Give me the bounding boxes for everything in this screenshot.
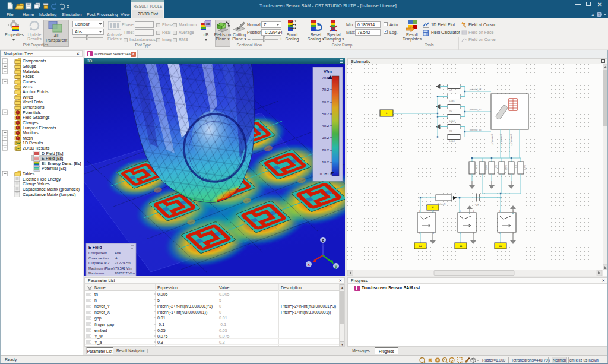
svg-text:Charge Values: Charge Values — [23, 182, 50, 186]
svg-text:Capacitance Matrix (lumped): Capacitance Matrix (lumped) — [23, 192, 75, 197]
svg-text:Maximum: Maximum — [88, 271, 104, 275]
svg-text:79.542 V/m: 79.542 V/m — [115, 267, 132, 270]
svg-text:Electric Field Energy: Electric Field Energy — [23, 177, 61, 182]
svg-text:20.2: 20.2 — [322, 148, 329, 152]
svg-text:L/4b1: L/4b1 — [449, 100, 455, 102]
svg-text:Faces: Faces — [23, 74, 34, 78]
svg-text:z: z — [322, 238, 324, 242]
svg-text:CAP2: CAP2 — [505, 165, 507, 170]
svg-text:potential_V2: potential_V2 — [500, 134, 502, 146]
svg-text:Anchor Points: Anchor Points — [23, 90, 49, 94]
svg-text:Mesh: Mesh — [23, 136, 33, 140]
svg-text:Cutplane at Z: Cutplane at Z — [88, 261, 110, 265]
svg-text:Lumped Elements: Lumped Elements — [23, 126, 56, 131]
svg-text:10.2: 10.2 — [322, 160, 329, 164]
svg-text:Cap: Cap — [475, 204, 479, 206]
svg-text:Monitors: Monitors — [23, 131, 39, 135]
svg-text:CAP1: CAP1 — [485, 165, 487, 170]
svg-text:30.2: 30.2 — [322, 136, 329, 140]
svg-text:V/m: V/m — [324, 69, 332, 74]
svg-text:1D Results: 1D Results — [23, 141, 43, 145]
svg-text:D-Field [Es]: D-Field [Es] — [42, 151, 64, 156]
svg-text:R3: R3 — [449, 130, 452, 132]
svg-text:Maximum (Plane): Maximum (Plane) — [88, 267, 115, 270]
svg-text:28207.7 V/m: 28207.7 V/m — [115, 271, 135, 275]
svg-text:Wires: Wires — [23, 95, 33, 99]
svg-text:A: A — [115, 257, 118, 260]
svg-text:Tables: Tables — [23, 172, 35, 176]
svg-text:0.181: 0.181 — [320, 172, 330, 176]
svg-text:R2: R2 — [449, 110, 452, 112]
svg-text:R2f: R2f — [495, 165, 497, 168]
svg-text:Materials: Materials — [23, 69, 40, 74]
svg-text:E-Field [Es]: E-Field [Es] — [42, 156, 63, 161]
svg-text:E-Field: E-Field — [88, 245, 102, 249]
svg-text:Curves: Curves — [23, 80, 36, 84]
svg-text:79.5: 79.5 — [322, 76, 329, 80]
svg-text:40.2: 40.2 — [322, 124, 329, 128]
svg-text:12: 12 — [419, 245, 422, 248]
svg-text:70.2: 70.2 — [322, 88, 329, 91]
svg-text:potential_V3: potential_V3 — [510, 134, 512, 146]
svg-text:Potential [Es]: Potential [Es] — [42, 166, 66, 171]
svg-text:-0.229 cm: -0.229 cm — [115, 261, 131, 265]
svg-text:Capacitance Matrix (grounded): Capacitance Matrix (grounded) — [23, 187, 80, 192]
svg-text:Voxel Data: Voxel Data — [23, 100, 43, 104]
svg-text:El. Energy Dens. [Es]: El. Energy Dens. [Es] — [42, 162, 81, 166]
svg-text:L/4b3: L/4b3 — [449, 140, 455, 143]
svg-text:R1f: R1f — [475, 165, 477, 168]
svg-text:x: x — [308, 262, 310, 267]
svg-text:11: 11 — [460, 245, 463, 248]
svg-text:2D/3D Results: 2D/3D Results — [23, 146, 50, 150]
svg-text:Cross section: Cross section — [88, 257, 109, 260]
svg-text:CAP3: CAP3 — [524, 165, 526, 170]
svg-text:Abs: Abs — [115, 251, 121, 255]
svg-text:2: 2 — [433, 210, 434, 213]
svg-text:Component: Component — [88, 251, 107, 255]
svg-text:50.2: 50.2 — [322, 112, 329, 116]
svg-text:10: 10 — [499, 245, 502, 248]
svg-text:potential_V1: potential_V1 — [491, 134, 493, 146]
svg-text:potential_V2: potential_V2 — [470, 109, 482, 111]
svg-text:dB: dB — [206, 22, 210, 26]
svg-text:Field Gradings: Field Gradings — [23, 115, 50, 120]
svg-text:2: 2 — [473, 210, 474, 213]
svg-text:Charges: Charges — [23, 121, 39, 125]
svg-text:L/4b2: L/4b2 — [449, 120, 455, 122]
svg-text:Groups: Groups — [23, 64, 36, 69]
svg-text:WCS: WCS — [23, 85, 33, 89]
svg-text:R1: R1 — [449, 90, 452, 92]
svg-text:potential_V3: potential_V3 — [470, 129, 482, 131]
svg-text:R3f: R3f — [514, 165, 517, 168]
svg-text:Components: Components — [23, 59, 46, 64]
svg-text:potential_V1: potential_V1 — [470, 88, 482, 91]
svg-text:Potentials: Potentials — [23, 110, 41, 115]
svg-text:y: y — [335, 264, 337, 269]
svg-text:60.2: 60.2 — [322, 100, 329, 104]
svg-text:1: 1 — [460, 210, 461, 213]
svg-text:Dimensions: Dimensions — [23, 105, 45, 109]
